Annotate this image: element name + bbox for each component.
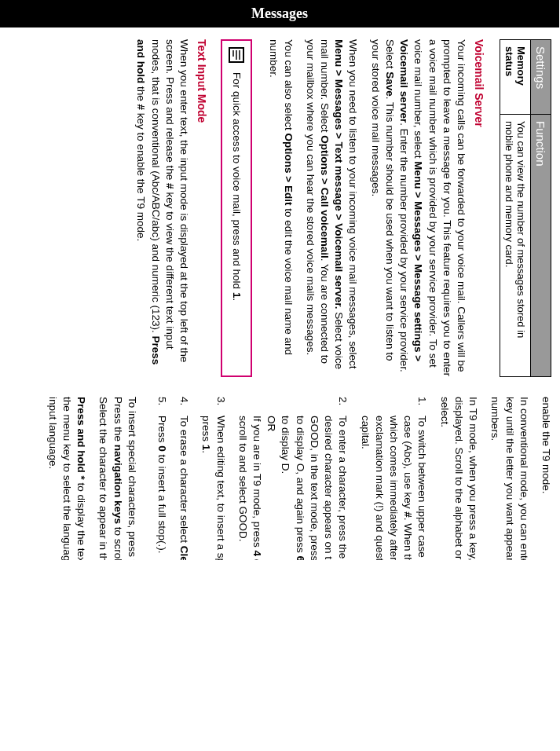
list-text: Press 0 to insert a full stop(.). bbox=[155, 416, 169, 554]
bold: 4 bbox=[251, 551, 263, 557]
voicemail-p1: Your incoming calls can be forwarded to … bbox=[368, 39, 468, 377]
list-number: 3. bbox=[199, 397, 227, 416]
note-text: For quick access to voice mail, press an… bbox=[231, 72, 243, 301]
list-text: When editing text, to insert a space bet… bbox=[199, 416, 227, 560]
bold: # bbox=[164, 183, 176, 189]
list-number: 4. bbox=[177, 397, 191, 416]
bold: Menu > Messages > Text message > Voicema… bbox=[333, 39, 345, 310]
bold: Save bbox=[384, 71, 396, 97]
text: To erase a character select bbox=[178, 416, 190, 546]
bold: # bbox=[136, 104, 148, 111]
voicemail-p2: When you need to listen to your incoming… bbox=[303, 39, 361, 377]
voicemail-p3: You can also select Options > Edit to ed… bbox=[266, 39, 295, 377]
list-text: To switch between upper case (ABC), lowe… bbox=[357, 416, 429, 560]
page-content: Settings Function Memory status You can … bbox=[0, 27, 559, 560]
bold: 6 bbox=[295, 556, 306, 560]
side-tab: Messages bbox=[0, 0, 559, 27]
list-text: To erase a character select Clear. bbox=[177, 416, 191, 560]
text: If you are in T9 mode, press bbox=[251, 416, 263, 551]
text: to insert a full stop(.). bbox=[156, 452, 168, 554]
table-row: Memory status You can view the number of… bbox=[500, 40, 531, 377]
list-item: 3. When editing text, to insert a space … bbox=[199, 397, 227, 560]
list-item: 4. To erase a character select Clear. bbox=[177, 397, 191, 560]
text: When editing text, to insert a space bet… bbox=[200, 416, 226, 560]
bold: navigation keys bbox=[112, 445, 124, 524]
left-column: Settings Function Memory status You can … bbox=[7, 39, 551, 377]
text: enable the T9 mode. bbox=[540, 397, 552, 494]
bold: Press and hold bbox=[75, 397, 87, 476]
voicemail-heading: Voicemail Server bbox=[473, 39, 485, 377]
list-number: 1. bbox=[357, 397, 429, 416]
note-box: For quick access to voice mail, press an… bbox=[221, 39, 252, 377]
text: . bbox=[231, 298, 243, 301]
text: For quick access to voice mail, press an… bbox=[231, 72, 243, 292]
settings-table: Settings Function Memory status You can … bbox=[500, 39, 551, 377]
table-header-function: Function bbox=[531, 114, 551, 376]
bold: # bbox=[402, 511, 414, 518]
text: In T9 mode, when you press a key, the al… bbox=[453, 397, 479, 560]
text: key to enable the T9 mode. bbox=[136, 110, 148, 241]
list-number: 2. bbox=[236, 397, 350, 416]
table-cell-desc: You can view the number of messages stor… bbox=[500, 114, 531, 376]
bold: 0 bbox=[156, 445, 168, 452]
text: OR bbox=[265, 416, 277, 431]
list-item: 2. To enter a character, press the numer… bbox=[236, 397, 350, 560]
textinput-p1: When you enter text, the input mode is d… bbox=[134, 39, 191, 377]
table-cell-label: Memory status bbox=[503, 46, 527, 86]
bold: Options > Call voicemail bbox=[319, 135, 331, 258]
ordered-list: 1. To switch between upper case (ABC), l… bbox=[147, 397, 430, 560]
table-header-settings: Settings bbox=[531, 40, 551, 115]
textinput-heading: Text Input Mode bbox=[196, 39, 208, 377]
list-text: To enter a character, press the numeric … bbox=[236, 416, 350, 560]
text: When you need to listen to your incoming… bbox=[347, 39, 359, 368]
text: . bbox=[200, 450, 212, 453]
bold: Clear bbox=[178, 546, 190, 560]
text: once. Press bbox=[251, 556, 263, 560]
list-item: 5. Press 0 to insert a full stop(.). bbox=[155, 397, 169, 560]
textinput-p4: To insert special characters, press * to… bbox=[96, 397, 139, 560]
textinput-p5: Press and hold * to display the text inp… bbox=[45, 397, 88, 560]
list-number: 5. bbox=[155, 397, 169, 416]
textinput-p2: In conventional mode, you can enter a le… bbox=[488, 397, 531, 560]
text: To insert special characters, press bbox=[126, 397, 138, 560]
text: the bbox=[136, 83, 148, 104]
text: To enter a character, press the numeric … bbox=[309, 416, 349, 560]
text: Press bbox=[156, 416, 168, 445]
textinput-p1-cont: enable the T9 mode. bbox=[539, 397, 553, 560]
bold: Options > Edit bbox=[283, 134, 295, 206]
right-column: enable the T9 mode. In conventional mode… bbox=[7, 397, 551, 560]
note-icon bbox=[227, 46, 246, 64]
textinput-p3: In T9 mode, when you press a key, the al… bbox=[437, 397, 480, 560]
list-item: 1. To switch between upper case (ABC), l… bbox=[357, 397, 429, 560]
text: You can also select bbox=[283, 39, 295, 134]
